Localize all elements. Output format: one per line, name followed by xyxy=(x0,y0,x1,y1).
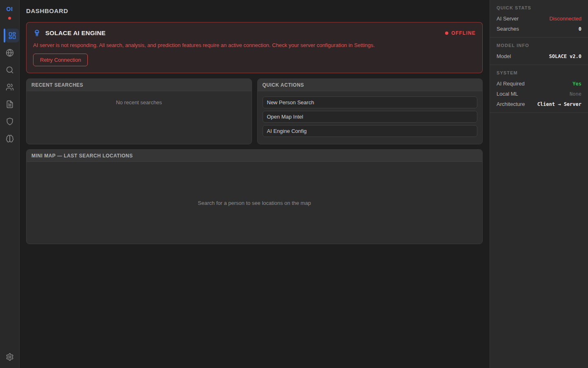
stat-value: 0 xyxy=(579,26,581,32)
stat-value: None xyxy=(570,91,581,97)
stat-row-model: Model SOLACE v2.0 xyxy=(497,53,581,59)
stat-row-architecture: Architecture Client → Server xyxy=(497,101,581,107)
stat-label: Model xyxy=(497,53,511,59)
sidebar-item-security[interactable] xyxy=(0,114,19,129)
app-logo: OI xyxy=(7,6,13,12)
quick-actions-body: New Person Search Open Map Intel AI Engi… xyxy=(258,91,483,144)
shield-icon xyxy=(6,117,14,126)
stat-label: Architecture xyxy=(497,101,525,107)
quick-stats-title: QUICK STATS xyxy=(497,5,581,10)
retry-connection-button[interactable]: Retry Connection xyxy=(33,54,88,66)
stat-value: Disconnected xyxy=(549,16,581,22)
mini-map-body: Search for a person to see locations on … xyxy=(27,162,482,244)
active-indicator xyxy=(4,29,5,43)
stat-row-ai-required: AI Required Yes xyxy=(497,81,581,87)
new-person-search-button[interactable]: New Person Search xyxy=(263,96,478,108)
stat-label: Local ML xyxy=(497,91,518,97)
search-icon xyxy=(6,66,14,74)
quick-actions-panel: QUICK ACTIONS New Person Search Open Map… xyxy=(257,79,483,144)
mini-map-panel: MINI MAP — LAST SEARCH LOCATIONS Search … xyxy=(26,149,483,244)
sidebar-item-map-intel[interactable] xyxy=(0,45,19,60)
users-icon xyxy=(6,83,14,91)
stat-label: AI Server xyxy=(497,16,519,22)
sidebar-item-people[interactable] xyxy=(0,80,19,94)
recent-searches-body: No recent searches xyxy=(27,91,252,144)
alert-header: SOLACE AI ENGINE OFFLINE xyxy=(33,29,476,37)
file-text-icon xyxy=(6,100,14,108)
panels-row: RECENT SEARCHES No recent searches QUICK… xyxy=(26,79,483,144)
sidebar-item-settings[interactable] xyxy=(0,353,19,361)
dashboard-icon xyxy=(5,29,19,43)
stat-value: SOLACE v2.0 xyxy=(549,54,581,59)
right-sidebar: QUICK STATS AI Server Disconnected Searc… xyxy=(490,0,588,368)
quick-actions-header: QUICK ACTIONS xyxy=(258,79,483,91)
main-content: DASHBOARD SOLACE AI ENGINE OFFLINE AI se… xyxy=(20,0,490,368)
ai-engine-config-button[interactable]: AI Engine Config xyxy=(263,125,478,137)
status-badge: OFFLINE xyxy=(445,30,476,36)
robot-icon xyxy=(33,29,41,37)
sidebar-item-reports[interactable] xyxy=(0,97,19,112)
alert-title: SOLACE AI ENGINE xyxy=(45,29,445,36)
stat-label: Searches xyxy=(497,26,519,32)
brain-icon xyxy=(6,135,14,143)
sidebar-item-dashboard[interactable] xyxy=(0,28,19,43)
system-title: SYSTEM xyxy=(497,70,581,75)
recent-searches-empty-text: No recent searches xyxy=(27,91,252,105)
stat-value: Client → Server xyxy=(537,101,581,107)
stat-row-local-ml: Local ML None xyxy=(497,91,581,97)
open-map-intel-button[interactable]: Open Map Intel xyxy=(263,111,478,123)
connection-status-dot xyxy=(8,17,11,20)
mini-map-header: MINI MAP — LAST SEARCH LOCATIONS xyxy=(27,150,482,162)
recent-searches-header: RECENT SEARCHES xyxy=(27,79,252,91)
stat-value: Yes xyxy=(572,81,581,87)
stat-row-ai-server: AI Server Disconnected xyxy=(497,16,581,22)
alert-message: AI server is not responding. All search,… xyxy=(33,42,476,48)
gear-icon xyxy=(6,353,14,361)
model-info-section: MODEL INFO Model SOLACE v2.0 xyxy=(490,38,588,65)
offline-dot-icon xyxy=(445,31,448,35)
primary-nav xyxy=(0,28,19,146)
quick-stats-section: QUICK STATS AI Server Disconnected Searc… xyxy=(490,0,588,38)
model-info-title: MODEL INFO xyxy=(497,43,581,48)
left-icon-rail: OI xyxy=(0,0,20,368)
sidebar-item-search[interactable] xyxy=(0,63,19,77)
status-badge-label: OFFLINE xyxy=(451,30,476,36)
stat-label: AI Required xyxy=(497,81,525,87)
page-title: DASHBOARD xyxy=(26,7,483,14)
ai-engine-alert: SOLACE AI ENGINE OFFLINE AI server is no… xyxy=(26,22,483,73)
sidebar-item-ai-engine[interactable] xyxy=(0,131,19,146)
recent-searches-panel: RECENT SEARCHES No recent searches xyxy=(26,79,252,144)
stat-row-searches: Searches 0 xyxy=(497,26,581,32)
system-section: SYSTEM AI Required Yes Local ML None Arc… xyxy=(490,65,588,113)
mini-map-placeholder-text: Search for a person to see locations on … xyxy=(198,200,311,206)
globe-icon xyxy=(6,49,14,57)
